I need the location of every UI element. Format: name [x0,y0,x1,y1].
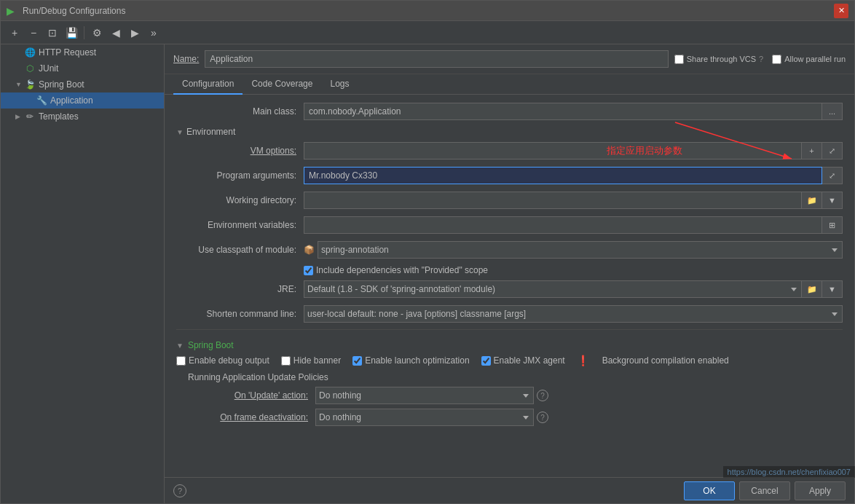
spring-boot-arrow: ▼ [15,81,23,88]
window-title: Run/Debug Configurations [23,6,834,16]
bottom-left: ? [173,484,679,497]
share-vcs-label: Share through VCS ? [674,55,764,64]
bottom-bar: ? OK Cancel Apply [165,477,854,503]
sidebar-item-templates[interactable]: ▶ ✏ Templates [1,109,164,125]
junit-icon: ⬡ [24,63,36,74]
main-class-label: Main class: [176,106,304,117]
program-args-input[interactable] [304,167,822,184]
vm-options-expand-button[interactable]: ⤢ [822,142,843,160]
shorten-cmd-select[interactable]: user-local default: none - java [options… [304,305,843,323]
name-input[interactable] [205,50,668,68]
jre-input-group: Default (1.8 - SDK of 'spring-annotation… [304,280,843,298]
on-update-select[interactable]: Do nothing [315,387,534,404]
prev-button[interactable]: ◀ [108,25,124,41]
sidebar-item-junit[interactable]: ⬡ JUnit [1,60,164,76]
bg-compilation-label: Background compilation enabled [602,355,729,366]
on-frame-help-icon[interactable]: ? [537,412,548,423]
tab-configuration[interactable]: Configuration [173,74,243,95]
copy-config-button[interactable]: ⊡ [44,25,60,41]
spring-boot-checkboxes-row: Enable debug output Hide banner Enable l… [176,355,843,366]
on-frame-select[interactable]: Do nothing [315,409,534,426]
shorten-cmd-input-group: user-local default: none - java [options… [304,305,843,323]
remove-config-button[interactable]: − [25,25,42,41]
running-app-update-policies: Running Application Update Policies On '… [188,372,843,426]
sidebar-item-label: JUnit [39,63,58,74]
name-bar: Name: Share through VCS ? Allow parallel… [165,44,854,74]
enable-launch-label: Enable launch optimization [352,355,469,366]
vm-options-input-group: + ⤢ [304,142,843,160]
enable-jmx-checkbox[interactable] [481,356,491,366]
share-vcs-checkbox[interactable] [674,55,684,64]
templates-arrow: ▶ [15,113,23,120]
cancel-button[interactable]: Cancel [739,481,790,500]
sidebar-item-http-request[interactable]: 🌐 HTTP Request [1,44,164,60]
vm-options-input[interactable] [304,142,802,160]
include-deps-label: Include dependencies with "Provided" sco… [304,265,843,275]
on-update-label: On 'Update' action: [188,390,315,401]
tab-logs[interactable]: Logs [321,74,358,95]
ok-button[interactable]: OK [684,481,735,500]
enable-launch-checkbox[interactable] [352,356,362,366]
junit-arrow [15,65,23,72]
working-dir-row: Working directory: 📁 ▼ [176,191,843,210]
include-deps-row: Include dependencies with "Provided" sco… [304,265,843,275]
spring-boot-icon: 🍃 [24,79,36,90]
main-class-row: Main class: ... [176,102,843,121]
jre-select[interactable]: Default (1.8 - SDK of 'spring-annotation… [304,280,802,298]
on-frame-row: On frame deactivation: Do nothing ? [188,409,843,426]
form-content: Main class: ... ▼ Environment VM options… [165,95,854,477]
spring-boot-section: ▼ Spring Boot Enable debug output Hide b… [176,329,843,426]
classpath-module-row: Use classpath of module: 📦 spring-annota… [176,240,843,259]
main-class-input[interactable] [304,103,822,120]
vm-options-plus-button[interactable]: + [802,142,822,160]
allow-parallel-checkbox[interactable] [772,55,781,64]
help-button[interactable]: ? [173,484,186,497]
application-arrow [27,97,34,104]
more-button[interactable]: » [146,25,162,41]
add-config-button[interactable]: + [7,25,23,41]
on-update-help-icon[interactable]: ? [537,390,548,401]
vm-options-label: VM options: [176,146,304,156]
toolbar-separator [84,26,84,39]
env-vars-input[interactable] [304,216,822,234]
environment-section-header[interactable]: ▼ Environment [176,127,843,137]
include-deps-checkbox[interactable] [304,266,313,275]
enable-jmx-label: Enable JMX agent [481,355,565,366]
main-class-input-group: ... [304,103,843,120]
hide-banner-checkbox[interactable] [281,356,291,366]
sidebar-item-spring-boot[interactable]: ▼ 🍃 Spring Boot [1,76,164,92]
program-args-expand-button[interactable]: ⤢ [822,167,843,184]
sidebar-item-application[interactable]: 🔧 Application [1,92,164,109]
close-button[interactable]: ✕ [834,4,848,18]
tabs-bar: Configuration Code Coverage Logs [165,74,854,95]
name-label: Name: [173,54,199,64]
classpath-module-select[interactable]: spring-annotation [318,241,843,259]
env-vars-label: Environment variables: [176,220,304,230]
sidebar-item-label: HTTP Request [39,47,96,58]
working-dir-expand-button[interactable]: ▼ [822,192,843,209]
enable-debug-checkbox[interactable] [176,356,186,366]
save-config-button[interactable]: 💾 [63,25,79,41]
apply-button[interactable]: Apply [795,481,846,500]
tab-code-coverage[interactable]: Code Coverage [243,74,321,95]
module-icon: 📦 [304,241,315,259]
classpath-module-input-group: 📦 spring-annotation [304,241,843,259]
sidebar-item-label: Application [50,95,93,106]
http-request-arrow [15,49,23,56]
settings-button[interactable]: ⚙ [89,25,105,41]
on-frame-label: On frame deactivation: [188,412,315,422]
next-button[interactable]: ▶ [127,25,143,41]
jre-expand-button[interactable]: ▼ [822,280,843,298]
share-vcs-help-icon[interactable]: ? [759,55,763,63]
main-toolbar: + − ⊡ 💾 ⚙ ◀ ▶ » [1,21,854,44]
title-bar: ▶ Run/Debug Configurations ✕ [1,1,854,21]
shorten-cmd-row: Shorten command line: user-local default… [176,304,843,323]
working-dir-input[interactable] [304,192,802,209]
jre-browse-button[interactable]: 📁 [802,280,822,298]
sidebar-item-label: Spring Boot [39,79,84,90]
main-class-browse-button[interactable]: ... [822,103,843,120]
spring-boot-section-header[interactable]: ▼ Spring Boot [176,340,843,350]
working-dir-browse-button[interactable]: 📁 [802,192,822,209]
env-vars-browse-button[interactable]: ⊞ [822,216,843,234]
working-dir-label: Working directory: [176,195,304,205]
